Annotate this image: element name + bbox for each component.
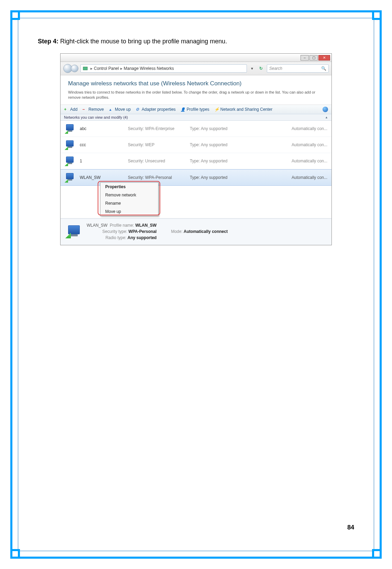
wifi-profile-icon — [65, 140, 76, 150]
network-row[interactable]: 1 Security: Unsecured Type: Any supporte… — [61, 153, 331, 169]
network-name: ccc — [80, 142, 124, 147]
network-security: Security: WPA-Personal — [128, 175, 186, 180]
plus-icon — [64, 107, 69, 112]
group-header[interactable]: Networks you can view and modify (4) — [61, 114, 331, 121]
ctx-rename[interactable]: Rename — [100, 199, 158, 207]
network-name: 1 — [80, 159, 124, 163]
address-bar: ▸ Control Panel ▸ Manage Wireless Networ… — [61, 62, 331, 75]
network-mode: Automatically con... — [252, 159, 327, 163]
cmd-nsc[interactable]: Network and Sharing Center — [214, 107, 272, 112]
network-icon — [214, 107, 219, 112]
network-security: Security: WEP — [128, 142, 186, 147]
help-icon[interactable] — [323, 107, 328, 112]
wifi-profile-icon — [65, 156, 76, 166]
breadcrumb-item: Manage Wireless Networks — [124, 66, 174, 71]
step-body: Right-click the mouse to bring up the pr… — [60, 38, 227, 45]
refresh-icon[interactable]: ↻ — [257, 66, 265, 71]
wifi-profile-icon — [65, 124, 76, 134]
details-pane: WLAN_SW Profile name: WLAN_SW Security t… — [61, 218, 331, 245]
network-mode: Automatically con... — [252, 142, 327, 147]
network-name: WLAN_SW — [80, 175, 124, 180]
details-col-1: WLAN_SW Profile name: WLAN_SW Security t… — [87, 222, 156, 241]
page-subtext: Windows tries to connect to these networ… — [68, 90, 324, 100]
breadcrumb[interactable]: ▸ Control Panel ▸ Manage Wireless Networ… — [80, 64, 247, 73]
network-row[interactable]: abc Security: WPA-Enterprise Type: Any s… — [61, 121, 331, 137]
wifi-profile-icon — [65, 172, 76, 183]
wifi-profile-icon-large — [65, 225, 83, 238]
minimize-button[interactable]: – — [301, 55, 309, 61]
cmd-add[interactable]: Add — [64, 107, 77, 112]
forward-button[interactable] — [71, 65, 78, 72]
breadcrumb-dropdown-icon[interactable]: ▾ — [249, 66, 255, 71]
titlebar: – ▢ ✕ — [61, 54, 331, 62]
cmd-adapter[interactable]: Adapter properties — [135, 107, 176, 112]
ctx-move-up[interactable]: Move up — [100, 207, 158, 216]
up-arrow-icon — [109, 107, 113, 112]
ctx-properties[interactable]: Properties — [100, 183, 158, 191]
panel-icon — [83, 66, 88, 71]
cmd-profiletypes[interactable]: Profile types — [181, 107, 209, 112]
ctx-remove-network[interactable]: Remove network — [100, 191, 158, 199]
step-text: Step 4: Right-click the mouse to bring u… — [38, 38, 354, 45]
network-mode: Automatically con... — [252, 175, 327, 180]
content-header: Manage wireless networks that use (Wirel… — [61, 75, 331, 105]
details-col-2: Mode: Automatically connect — [171, 228, 228, 235]
network-type: Type: Any supported — [190, 175, 248, 180]
user-icon — [181, 107, 185, 112]
step-label: Step 4: — [38, 38, 58, 45]
search-placeholder: Search — [269, 66, 282, 71]
details-name: WLAN_SW — [87, 223, 108, 228]
network-row[interactable]: ccc Security: WEP Type: Any supported Au… — [61, 137, 331, 153]
gear-icon — [135, 107, 140, 112]
cmd-moveup[interactable]: Move up — [109, 107, 131, 112]
cmd-remove[interactable]: Remove — [82, 107, 104, 112]
network-list: abc Security: WPA-Enterprise Type: Any s… — [61, 121, 331, 218]
svg-rect-0 — [83, 67, 87, 70]
network-security: Security: Unsecured — [128, 159, 186, 163]
minus-icon — [82, 107, 87, 112]
close-button[interactable]: ✕ — [318, 55, 330, 61]
screenshot-window: – ▢ ✕ ▸ Control Panel ▸ Manage Wireless … — [60, 53, 332, 245]
context-menu: Properties Remove network Rename Move up — [100, 182, 159, 216]
context-menu-area: Properties Remove network Rename Move up — [61, 186, 331, 218]
network-mode: Automatically con... — [252, 126, 327, 131]
network-type: Type: Any supported — [190, 159, 248, 163]
maximize-button[interactable]: ▢ — [309, 55, 318, 61]
page-content: Step 4: Right-click the mouse to bring u… — [38, 38, 354, 531]
search-input[interactable]: Search 🔍 — [267, 64, 329, 73]
page-heading: Manage wireless networks that use (Wirel… — [68, 80, 324, 87]
network-name: abc — [80, 126, 124, 131]
network-type: Type: Any supported — [190, 142, 248, 147]
page-number: 84 — [347, 524, 354, 531]
command-bar: Add Remove Move up Adapter properties Pr… — [61, 105, 331, 114]
breadcrumb-root: Control Panel — [94, 66, 119, 71]
network-security: Security: WPA-Enterprise — [128, 126, 186, 131]
network-type: Type: Any supported — [190, 126, 248, 131]
search-icon: 🔍 — [321, 66, 326, 71]
